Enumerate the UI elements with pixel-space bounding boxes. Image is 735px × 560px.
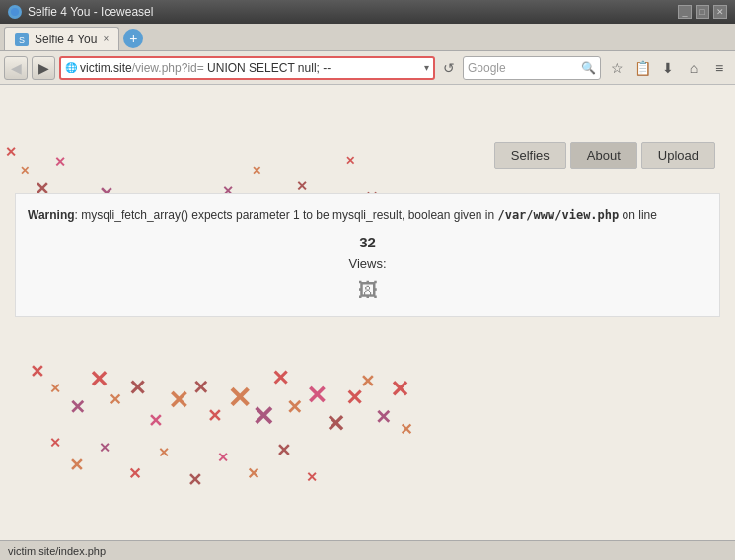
download-button[interactable]: ⬇ — [656, 56, 680, 80]
site-icon: 🌐 — [65, 62, 77, 73]
about-nav-button[interactable]: About — [570, 142, 637, 169]
nav-right-buttons: ☆ 📋 ⬇ ⌂ ≡ — [605, 56, 731, 80]
menu-button[interactable]: ≡ — [707, 56, 731, 80]
cross-decoration: ✕ — [286, 395, 303, 419]
line-number: 32 — [28, 232, 707, 254]
cross-decoration: ✕ — [148, 410, 163, 432]
cross-decoration: ✕ — [128, 464, 141, 483]
views-section: 32 Views: 🖼 — [28, 232, 707, 305]
address-text: victim.site/view.php?id= UNION SELECT nu… — [80, 61, 424, 75]
warning-box: Warning: mysqli_fetch_array() expects pa… — [15, 193, 720, 317]
cross-decoration: ✕ — [252, 400, 274, 433]
cross-decoration: ✕ — [109, 390, 121, 409]
close-button[interactable]: ✕ — [713, 5, 727, 19]
bookmark-star-button[interactable]: ☆ — [605, 56, 628, 80]
cross-decoration: ✕ — [207, 405, 222, 427]
tab-close-button[interactable]: × — [103, 34, 109, 44]
cross-decoration: ✕ — [99, 440, 110, 455]
address-dropdown-icon[interactable]: ▾ — [424, 62, 429, 73]
cross-decoration: ✕ — [49, 381, 61, 396]
cross-decoration: ✕ — [390, 376, 409, 403]
cross-decoration: ✕ — [89, 366, 109, 393]
cross-decoration: ✕ — [187, 469, 202, 491]
warning-text: : mysqli_fetch_array() expects parameter… — [75, 208, 498, 222]
cross-decoration: ✕ — [168, 385, 189, 416]
browser-tab[interactable]: S Selfie 4 You × — [4, 27, 119, 50]
minimize-button[interactable]: _ — [678, 5, 692, 19]
cross-decoration: ✕ — [128, 376, 146, 401]
status-bar: victim.site/index.php — [0, 540, 735, 560]
cross-decoration: ✕ — [54, 154, 66, 170]
tab-label: Selfie 4 You — [35, 33, 97, 46]
cross-decoration: ✕ — [5, 144, 17, 160]
search-container[interactable]: Google 🔍 — [463, 56, 601, 80]
cross-decoration: ✕ — [345, 154, 355, 168]
views-label: Views: — [348, 256, 386, 271]
forward-icon: ▶ — [38, 60, 49, 76]
address-bar[interactable]: 🌐 victim.site/view.php?id= UNION SELECT … — [59, 56, 435, 80]
selfies-nav-button[interactable]: Selfies — [494, 142, 566, 169]
status-url: victim.site/index.php — [8, 545, 106, 557]
title-bar-left: Selfie 4 You - Iceweasel — [8, 5, 153, 19]
url-path: /view.php?id= — [132, 61, 204, 75]
cross-decoration: ✕ — [69, 455, 84, 476]
svg-text:S: S — [19, 35, 25, 45]
cross-decoration: ✕ — [217, 450, 229, 465]
warning-path: /var/www/view.php — [497, 208, 619, 222]
page-content: ✕✕✕✕✕✕✕✕✕✕✕✕✕✕✕✕✕✕✕✕✕✕✕✕✕✕✕✕✕✕✕✕✕✕✕✕✕✕✕✕… — [0, 85, 735, 548]
cross-decoration: ✕ — [296, 178, 308, 194]
cross-decoration: ✕ — [20, 164, 30, 177]
back-icon: ◀ — [11, 60, 22, 76]
cross-decoration: ✕ — [252, 164, 261, 177]
window-title: Selfie 4 You - Iceweasel — [28, 5, 153, 19]
warning-suffix: on line — [619, 208, 657, 222]
cross-decoration: ✕ — [326, 410, 345, 438]
cross-decoration: ✕ — [345, 385, 363, 411]
reload-button[interactable]: ↺ — [439, 58, 459, 78]
cross-decoration: ✕ — [276, 440, 291, 461]
search-text: Google — [468, 61, 579, 75]
maximize-button[interactable]: □ — [696, 5, 709, 19]
back-button[interactable]: ◀ — [4, 56, 28, 80]
bookmarks-button[interactable]: 📋 — [630, 56, 654, 80]
reload-icon: ↺ — [443, 60, 455, 76]
window-icon — [8, 5, 22, 19]
url-injection: UNION SELECT null; -- — [204, 61, 331, 75]
svg-point-0 — [11, 8, 19, 16]
nav-bar: ◀ ▶ 🌐 victim.site/view.php?id= UNION SEL… — [0, 51, 735, 85]
warning-label: Warning — [28, 208, 75, 222]
cross-decoration: ✕ — [360, 371, 375, 392]
cross-decoration: ✕ — [271, 366, 289, 391]
site-navigation: Selfies About Upload — [494, 142, 715, 169]
cross-decoration: ✕ — [400, 420, 412, 439]
cross-decoration: ✕ — [306, 469, 318, 485]
cross-decoration: ✕ — [247, 464, 259, 483]
url-host: victim.site — [80, 61, 132, 75]
forward-button[interactable]: ▶ — [32, 56, 55, 80]
title-bar: Selfie 4 You - Iceweasel _ □ ✕ — [0, 0, 735, 24]
cross-decoration: ✕ — [192, 376, 209, 399]
cross-decoration: ✕ — [30, 361, 44, 383]
tab-favicon: S — [15, 33, 29, 46]
cross-decoration: ✕ — [158, 445, 170, 460]
cross-decoration: ✕ — [69, 395, 86, 419]
search-icon[interactable]: 🔍 — [581, 61, 596, 75]
cross-decoration: ✕ — [227, 381, 252, 415]
views-icon: 🖼 — [28, 275, 707, 305]
upload-nav-button[interactable]: Upload — [641, 142, 715, 169]
new-tab-button[interactable]: + — [123, 29, 143, 48]
cross-decoration: ✕ — [49, 435, 61, 451]
home-button[interactable]: ⌂ — [682, 56, 705, 80]
tab-bar: S Selfie 4 You × + — [0, 24, 735, 51]
title-bar-controls[interactable]: _ □ ✕ — [678, 5, 727, 19]
cross-decoration: ✕ — [375, 405, 392, 429]
cross-decoration: ✕ — [306, 381, 328, 411]
